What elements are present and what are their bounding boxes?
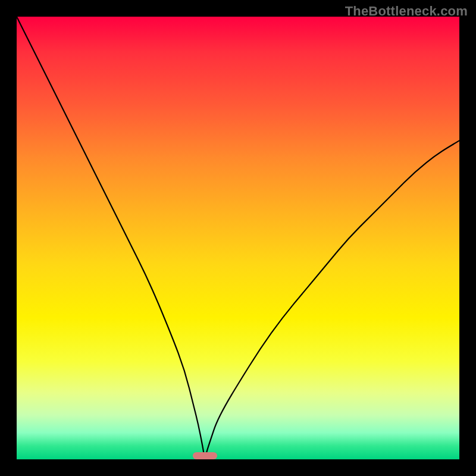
chart-frame: TheBottleneck.com: [0, 0, 476, 476]
bottleneck-curve: [17, 17, 459, 459]
watermark-text: TheBottleneck.com: [345, 4, 468, 19]
plot-area: [17, 17, 459, 459]
optimal-marker: [193, 452, 217, 459]
